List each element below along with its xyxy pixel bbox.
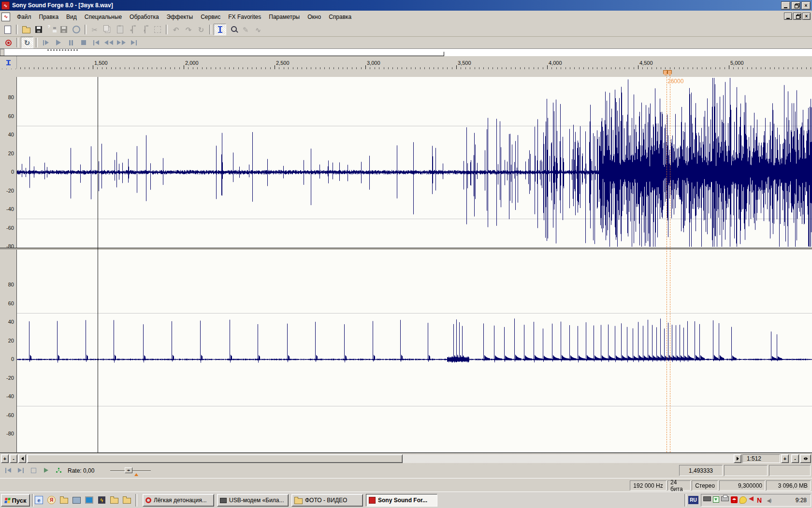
loop-playback-button[interactable]: ↻ — [21, 37, 33, 48]
task-button-3[interactable]: Sony Sound For... — [366, 494, 437, 507]
marker-bar[interactable] — [0, 69, 812, 77]
windows-logo-icon — [4, 498, 11, 503]
folder2-icon[interactable] — [110, 496, 118, 504]
play-mini-button[interactable] — [41, 465, 51, 475]
copy-icon[interactable] — [102, 24, 113, 35]
yandex-icon[interactable]: Я — [47, 496, 56, 504]
my-computer-icon[interactable] — [72, 496, 81, 504]
soundforge-app-icon[interactable]: ∿ — [1, 1, 10, 10]
time-ruler[interactable]: 1,5002,0002,5003,0003,5004,0004,5005,000 — [0, 56, 812, 70]
menu-item-8[interactable]: Параметры — [265, 12, 304, 22]
menubar: ∿ ФайлПравкаВидСпециальныеОбработкаЭффек… — [0, 11, 812, 23]
edit-tool-icon[interactable] — [214, 24, 226, 35]
go-to-end-mini-button[interactable] — [15, 465, 26, 475]
task-button-2[interactable]: ФОТО - ВИДЕО — [291, 494, 363, 507]
save-as-icon[interactable]: ? — [45, 24, 57, 35]
redo-icon[interactable]: ↷ — [183, 24, 194, 35]
stop-mini-button[interactable] — [28, 465, 39, 475]
ie-icon[interactable]: e — [35, 496, 43, 504]
undo-icon[interactable]: ↶ — [170, 24, 182, 35]
trim-icon[interactable] — [152, 24, 163, 35]
pencil-tool-icon[interactable]: ✎ — [240, 24, 251, 35]
go-to-end-button[interactable] — [128, 37, 140, 48]
modem-tray-icon[interactable] — [703, 496, 711, 501]
menu-item-2[interactable]: Вид — [62, 12, 81, 22]
repeat-icon[interactable]: ↻ — [195, 24, 207, 35]
mini-transport — [2, 465, 65, 475]
menu-item-1[interactable]: Правка — [35, 12, 63, 22]
go-to-start-button[interactable] — [90, 37, 102, 48]
volume-tray-icon[interactable]: ◀) — [765, 496, 773, 504]
minimize-button[interactable] — [781, 1, 790, 10]
child-minimize-button[interactable] — [784, 13, 792, 20]
play-all-button[interactable] — [40, 37, 52, 48]
stop-button[interactable] — [78, 37, 89, 48]
menu-item-4[interactable]: Обработка — [126, 12, 163, 22]
start-button[interactable]: Пуск — [1, 494, 30, 507]
open-file-icon[interactable] — [20, 24, 32, 35]
desktop: ∿ Sony Sound Forge 8.0 - [Звук 8.wav] × … — [0, 0, 812, 508]
punto-tray-icon[interactable] — [740, 496, 747, 504]
scroll-right-button[interactable] — [734, 454, 741, 463]
language-indicator[interactable]: RU — [688, 496, 698, 504]
playbar-row: Rate: 0,00 ◂▸ 1,493333 — [0, 463, 812, 478]
record-button[interactable] — [2, 37, 14, 48]
paste-special-icon[interactable]: + — [127, 24, 138, 35]
wave-tool-icon[interactable]: ∿ — [252, 24, 264, 35]
menu-item-10[interactable]: Справка — [325, 12, 355, 22]
folder-icon[interactable] — [60, 496, 68, 504]
channel-separator[interactable] — [0, 248, 812, 250]
zoom-out-left-button[interactable]: - — [10, 454, 17, 463]
rewind-button[interactable] — [103, 37, 115, 48]
zoom-out-button[interactable]: - — [791, 454, 799, 463]
child-restore-button[interactable] — [793, 13, 801, 20]
menu-item-9[interactable]: Окно — [304, 12, 325, 22]
paste-icon[interactable] — [114, 24, 126, 35]
play-button[interactable] — [53, 37, 64, 48]
menu-item-7[interactable]: FX Favorites — [224, 12, 265, 22]
forward-button[interactable] — [116, 37, 127, 48]
nero-tray-icon[interactable]: N — [755, 496, 763, 504]
magnify-tool-icon[interactable] — [227, 24, 239, 35]
toolbar-separator — [85, 25, 87, 34]
download-tray-icon[interactable] — [713, 496, 719, 503]
publish-icon[interactable] — [71, 24, 82, 35]
menu-item-5[interactable]: Эффекты — [163, 12, 197, 22]
document-icon[interactable]: ∿ — [1, 13, 10, 21]
vbar-glyph — [43, 40, 44, 45]
winamp-icon[interactable]: ϟ — [98, 496, 106, 504]
display-icon[interactable] — [85, 496, 93, 504]
go-to-start-mini-button[interactable] — [3, 465, 14, 475]
rate-slider-handle[interactable]: ◂▸ — [125, 467, 132, 473]
antivirus-tray-icon[interactable]: ☂ — [731, 496, 738, 503]
save-icon[interactable] — [33, 24, 44, 35]
child-close-button[interactable]: × — [802, 13, 811, 20]
close-button[interactable]: × — [801, 1, 811, 10]
overview-bar[interactable] — [0, 48, 812, 57]
new-file-icon[interactable] — [2, 24, 14, 35]
megaphone-tray-icon[interactable] — [749, 496, 754, 501]
zoom-fit-button[interactable] — [800, 454, 811, 463]
save-all-icon[interactable] — [58, 24, 70, 35]
menu-item-3[interactable]: Специальные — [81, 12, 126, 22]
folder3-icon[interactable] — [123, 496, 131, 504]
printer-tray-icon[interactable] — [721, 496, 729, 501]
scroll-left-button[interactable] — [18, 454, 26, 463]
zoom-in-button[interactable]: + — [781, 454, 789, 463]
pause-button[interactable] — [65, 37, 77, 48]
task-button-1[interactable]: USB-модем «Била... — [217, 494, 289, 507]
system-tray: ☂N◀) 9:28 — [701, 494, 811, 507]
task-button-0[interactable]: Лёгкая детонация... — [143, 494, 214, 507]
db-label: 40 — [0, 132, 14, 137]
scrub-control-icon[interactable] — [53, 465, 64, 475]
paste-to-new-icon[interactable]: › — [139, 24, 151, 35]
zoom-in-left-button[interactable]: + — [1, 454, 9, 463]
restore-button[interactable] — [791, 1, 800, 10]
stereo-waveform-canvas[interactable] — [17, 77, 812, 453]
scrollbar-thumb[interactable] — [27, 454, 403, 463]
menu-item-0[interactable]: Файл — [13, 12, 35, 22]
waveform-area[interactable]: 806040200-20-40-60-80 806040200-20-40-60… — [0, 77, 812, 453]
cut-icon[interactable]: ✂ — [89, 24, 101, 35]
toolbar-separator — [209, 25, 211, 34]
menu-item-6[interactable]: Сервис — [197, 12, 224, 22]
